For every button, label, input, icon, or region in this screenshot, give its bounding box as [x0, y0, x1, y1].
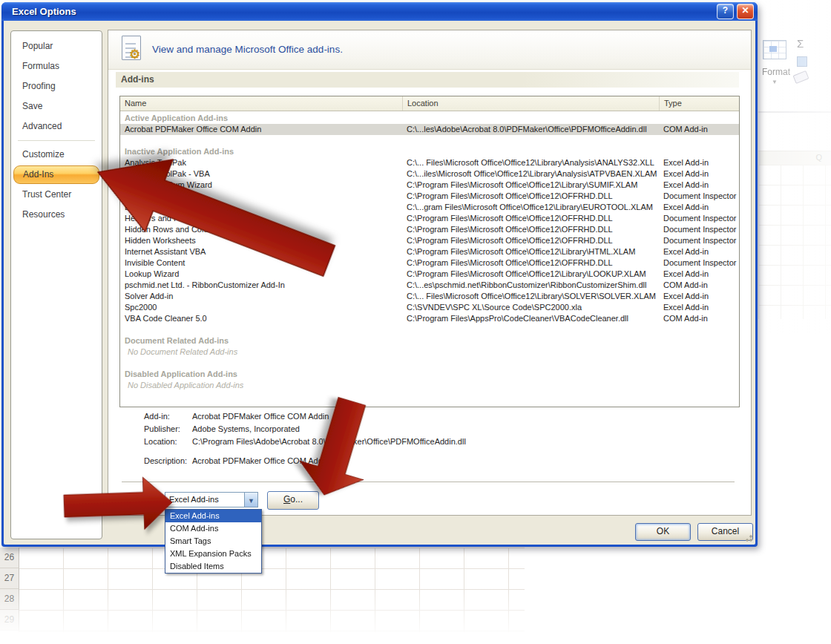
- dropdown-option-excel-add-ins[interactable]: Excel Add-ins: [165, 510, 261, 522]
- cell-type: Document Inspector: [659, 213, 740, 224]
- row-header: 27: [0, 568, 19, 589]
- cell-type: Excel Add-in: [659, 202, 740, 213]
- table-row[interactable]: Invisible Content C:\Program Files\Micro…: [120, 257, 739, 269]
- cell-location: C:\... Files\Microsoft Office\Office12\L…: [402, 157, 659, 168]
- cell-location: C:\Program Files\Microsoft Office\Office…: [402, 257, 659, 269]
- detail-value: Acrobat PDFMaker Office COM Addin: [192, 455, 329, 467]
- cell-location: C:\SVNDEV\SPC XL\Source Code\SPC2000.xla: [402, 302, 659, 313]
- cell-name: Custom XML Data: [120, 191, 402, 202]
- sidebar-item-advanced[interactable]: Advanced: [11, 116, 102, 137]
- go-button-accesskey: G: [283, 494, 290, 505]
- help-button[interactable]: ?: [717, 4, 734, 19]
- cell-type: COM Add-in: [659, 313, 740, 324]
- add-in-details: Add-in: Acrobat PDFMaker Office COM Addi…: [144, 410, 466, 467]
- sidebar-item-customize[interactable]: Customize: [11, 145, 102, 165]
- resize-grip[interactable]: [743, 533, 753, 542]
- cell-name: Headers and Footers: [120, 213, 402, 224]
- cell-location: C:\Program Files\Microsoft Office\Office…: [402, 213, 659, 224]
- cell-type: Excel Add-in: [659, 246, 740, 257]
- cell-type: Excel Add-in: [659, 302, 740, 313]
- table-row[interactable]: Conditional Sum Wizard C:\Program Files\…: [120, 180, 739, 191]
- cell-name: Internet Assistant VBA: [120, 246, 402, 257]
- cell-type: Document Inspector: [659, 235, 740, 246]
- chevron-down-icon: ▼: [248, 497, 254, 505]
- cell-location: C:\...les\Adobe\Acrobat 8.0\PDFMaker\Off…: [402, 124, 659, 135]
- detail-row: Description: Acrobat PDFMaker Office COM…: [144, 455, 466, 467]
- ok-button[interactable]: OK: [635, 523, 691, 541]
- sidebar-item-formulas[interactable]: Formulas: [11, 56, 102, 76]
- sidebar-separator: [18, 140, 95, 141]
- table-row[interactable]: pschmid.net Ltd. - RibbonCustomizer Add-…: [120, 280, 739, 291]
- manage-dropdown[interactable]: Excel Add-ins ▼: [165, 492, 258, 507]
- excel-options-dialog: Excel Options ? ✕ Popular Formulas Proof…: [1, 2, 758, 547]
- sidebar-item-add-ins[interactable]: Add-Ins: [13, 165, 99, 184]
- cell-name: pschmid.net Ltd. - RibbonCustomizer Add-…: [120, 280, 402, 291]
- table-row-selected[interactable]: Acrobat PDFMaker Office COM Addin C:\...…: [120, 124, 739, 135]
- cell-location: C:\Program Files\Microsoft Office\Office…: [402, 235, 659, 246]
- table-row[interactable]: Internet Assistant VBA C:\Program Files\…: [120, 246, 739, 257]
- dropdown-option-disabled-items[interactable]: Disabled Items: [165, 560, 261, 573]
- cell-type: COM Add-in: [659, 280, 740, 291]
- table-row[interactable]: Spc2000 C:\SVNDEV\SPC XL\Source Code\SPC…: [120, 302, 739, 313]
- group-header-document-related: Document Related Add-ins: [120, 335, 739, 346]
- table-row[interactable]: Analysis ToolPak - VBA C:\...iles\Micros…: [120, 168, 739, 180]
- table-row[interactable]: Hidden Worksheets C:\Program Files\Micro…: [120, 235, 739, 246]
- dialog-titlebar[interactable]: Excel Options ? ✕: [1, 2, 758, 21]
- table-row[interactable]: Solver Add-in C:\... Files\Microsoft Off…: [120, 291, 739, 302]
- cell-type: Document Inspector: [659, 257, 740, 269]
- table-body: Active Application Add-ins Acrobat PDFMa…: [120, 111, 739, 391]
- table-row[interactable]: VBA Code Cleaner 5.0 C:\Program Files\Ap…: [120, 313, 739, 324]
- background-fade-right: [758, 0, 831, 334]
- detail-label: Add-in:: [144, 410, 192, 423]
- cell-location: C:\...iles\Microsoft Office\Office12\Lib…: [402, 168, 659, 180]
- dialog-content: Popular Formulas Proofing Save Advanced …: [4, 21, 755, 545]
- sidebar-item-proofing[interactable]: Proofing: [11, 76, 102, 96]
- cell-name: Hidden Rows and Columns: [120, 224, 402, 235]
- table-row[interactable]: Headers and Footers C:\Program Files\Mic…: [120, 213, 739, 224]
- cell-name: Analysis ToolPak - VBA: [120, 168, 402, 180]
- panel-description: View and manage Microsoft Office add-ins…: [152, 44, 343, 55]
- column-header-location[interactable]: Location: [402, 96, 659, 111]
- sidebar-item-resources[interactable]: Resources: [11, 205, 102, 225]
- table-row[interactable]: Custom XML Data C:\Program Files\Microso…: [120, 191, 739, 202]
- detail-label: Location:: [144, 436, 192, 448]
- panel-banner: ⚙ View and manage Microsoft Office add-i…: [108, 30, 751, 70]
- table-row[interactable]: Hidden Rows and Columns C:\Program Files…: [120, 224, 739, 235]
- cell-name: Conditional Sum Wizard: [120, 180, 402, 191]
- cell-type: Excel Add-in: [659, 157, 740, 168]
- cell-name: Lookup Wizard: [120, 269, 402, 280]
- cell-location: C:\...es\pschmid.net\RibbonCustomizer\Ri…: [402, 280, 659, 291]
- column-header-type[interactable]: Type: [659, 96, 739, 111]
- inactive-rows: Analysis ToolPak C:\... Files\Microsoft …: [120, 157, 739, 324]
- group-header-disabled: Disabled Application Add-ins: [120, 369, 739, 380]
- detail-row: Add-in: Acrobat PDFMaker Office COM Addi…: [144, 410, 466, 423]
- close-button[interactable]: ✕: [737, 4, 754, 19]
- table-row[interactable]: Analysis ToolPak C:\... Files\Microsoft …: [120, 157, 739, 168]
- cell-type: Excel Add-in: [659, 269, 740, 280]
- table-row[interactable]: Euro Currency Tools C:\...gram Files\Mic…: [120, 202, 739, 213]
- cell-name: Hidden Worksheets: [120, 235, 402, 246]
- dropdown-option-smart-tags[interactable]: Smart Tags: [165, 535, 261, 548]
- detail-value: C:\Program Files\Adobe\Acrobat 8.0\PDFMa…: [192, 436, 466, 448]
- spacer-row: [120, 358, 739, 369]
- gear-icon: ⚙: [129, 47, 140, 62]
- cell-location: C:\Program Files\Microsoft Office\Office…: [402, 191, 659, 202]
- cell-name: Analysis ToolPak: [120, 157, 402, 168]
- table-header-row[interactable]: Name Location Type: [120, 96, 739, 111]
- group-header-inactive: Inactive Application Add-ins: [120, 146, 739, 157]
- sidebar-item-popular[interactable]: Popular: [11, 36, 102, 56]
- cell-name: Spc2000: [120, 302, 402, 313]
- dropdown-option-com-add-ins[interactable]: COM Add-ins: [165, 522, 261, 535]
- sidebar-item-trust-center[interactable]: Trust Center: [11, 185, 102, 205]
- column-header-name[interactable]: Name: [120, 96, 402, 111]
- cell-type: COM Add-in: [659, 124, 740, 135]
- sidebar-item-save[interactable]: Save: [11, 96, 102, 116]
- options-sidebar: Popular Formulas Proofing Save Advanced …: [10, 30, 102, 539]
- dropdown-option-xml-expansion[interactable]: XML Expansion Packs: [165, 548, 261, 560]
- detail-row: Publisher: Adobe Systems, Incorporated: [144, 423, 466, 436]
- dropdown-arrow-button[interactable]: ▼: [244, 493, 257, 507]
- go-button[interactable]: Go...: [267, 491, 319, 510]
- table-row[interactable]: Lookup Wizard C:\Program Files\Microsoft…: [120, 269, 739, 280]
- background-fade: [0, 588, 831, 644]
- screenshot-stage: 26 27 28 29 Format ▼ Σ Q Excel Options ?…: [0, 0, 831, 644]
